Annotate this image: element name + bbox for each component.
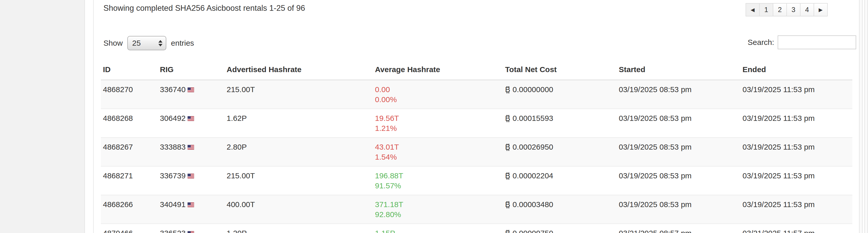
cell-advertised-hashrate: 1.20P	[224, 224, 373, 233]
table-header-row: ID RIG Advertised Hashrate Average Hashr…	[101, 61, 852, 80]
column-header-id[interactable]: ID	[101, 61, 158, 80]
rig-id-link[interactable]: 336523	[160, 229, 186, 233]
pagination-next-button[interactable]: ▶	[814, 3, 828, 16]
pagination: ◀ 1 2 3 4 ▶	[746, 3, 828, 16]
table-row: 4868270 336740 215.00T 0.00 0.00% B0.000…	[101, 80, 852, 109]
cell-rental-id: 4868268	[101, 109, 158, 137]
cell-advertised-hashrate: 2.80P	[224, 137, 373, 166]
cell-average-hashrate: 196.88T 91.57%	[373, 166, 503, 195]
prev-arrow-icon: ◀	[751, 7, 754, 13]
average-hashrate-value: 19.56T	[375, 113, 501, 123]
cell-started: 03/19/2025 08:53 pm	[617, 109, 740, 137]
table-row: 4868267 333883 2.80P 43.01T 1.54% B0.000…	[101, 137, 852, 166]
search-label: Search:	[748, 38, 774, 47]
column-header-average-hashrate[interactable]: Average Hashrate	[373, 61, 503, 80]
average-hashrate-percent: 0.00%	[375, 94, 501, 104]
cell-total-net-cost: B0.00002204	[503, 166, 617, 195]
bitcoin-icon: B	[505, 86, 510, 93]
cost-value: 0.00015593	[513, 114, 553, 123]
next-arrow-icon: ▶	[819, 7, 823, 13]
average-hashrate-value: 371.18T	[375, 199, 501, 209]
cost-value: 0.00003480	[513, 200, 553, 209]
cell-ended: 03/19/2025 11:53 pm	[740, 109, 852, 137]
cell-average-hashrate: 19.56T 1.21%	[373, 109, 503, 137]
bitcoin-icon: B	[505, 201, 510, 208]
column-header-rig[interactable]: RIG	[158, 61, 224, 80]
bitcoin-icon: B	[505, 114, 510, 122]
cell-total-net-cost: B0.00000000	[503, 80, 617, 109]
average-hashrate-percent: 1.21%	[375, 123, 501, 133]
average-hashrate-value: 0.00	[375, 85, 501, 94]
bitcoin-icon: B	[505, 229, 510, 233]
pagination-page-4-button[interactable]: 4	[800, 3, 814, 16]
cell-advertised-hashrate: 215.00T	[224, 166, 373, 195]
rig-id-link[interactable]: 306492	[160, 114, 186, 123]
rig-id-link[interactable]: 340491	[160, 200, 186, 209]
cell-ended: 03/19/2025 11:53 pm	[740, 195, 852, 224]
show-label: Show	[103, 39, 123, 47]
pagination-page-1-button[interactable]: 1	[759, 3, 773, 16]
pagination-page-3-button[interactable]: 3	[786, 3, 801, 16]
cell-average-hashrate: 371.18T 92.80%	[373, 195, 503, 224]
table-row: 4868271 336739 215.00T 196.88T 91.57% B0…	[101, 166, 852, 195]
select-updown-icon	[158, 40, 162, 46]
cell-started: 03/19/2025 08:53 pm	[617, 166, 740, 195]
average-hashrate-value: 43.01T	[375, 142, 501, 152]
cell-total-net-cost: B0.00015593	[503, 109, 617, 137]
entries-label: entries	[171, 39, 194, 47]
us-flag-icon	[187, 231, 194, 233]
us-flag-icon	[187, 116, 194, 121]
cell-rig: 306492	[158, 109, 224, 137]
entries-length-control: Show 25 entries	[103, 36, 194, 50]
column-header-advertised-hashrate[interactable]: Advertised Hashrate	[224, 61, 373, 80]
cell-rental-id: 4868271	[101, 166, 158, 195]
table-row: 4868266 340491 400.00T 371.18T 92.80% B0…	[101, 195, 852, 224]
us-flag-icon	[187, 202, 194, 207]
cell-started: 03/19/2025 08:53 pm	[617, 195, 740, 224]
cost-value: 0.00002204	[513, 171, 553, 180]
rig-id-link[interactable]: 336740	[160, 85, 186, 94]
left-sidebar-panel	[0, 0, 85, 233]
cell-rental-id: 4868267	[101, 137, 158, 166]
rentals-table: ID RIG Advertised Hashrate Average Hashr…	[101, 61, 852, 233]
cell-ended: 03/19/2025 11:53 pm	[740, 80, 852, 109]
cell-started: 03/19/2025 08:53 pm	[617, 80, 740, 109]
showing-results-text: Showing completed SHA256 Asicboost renta…	[103, 3, 305, 14]
average-hashrate-value: 1.15P	[375, 228, 501, 233]
cell-rental-id: 4868270	[101, 80, 158, 109]
cell-ended: 03/19/2025 11:53 pm	[740, 166, 852, 195]
us-flag-icon	[187, 173, 194, 178]
column-header-ended[interactable]: Ended	[740, 61, 852, 80]
cell-average-hashrate: 0.00 0.00%	[373, 80, 503, 109]
rig-id-link[interactable]: 333883	[160, 143, 186, 151]
cell-advertised-hashrate: 400.00T	[224, 195, 373, 224]
entries-count-select[interactable]: 25	[127, 36, 166, 50]
scrollbar-track[interactable]	[864, 0, 868, 233]
cell-rental-id: 4868266	[101, 195, 158, 224]
search-input[interactable]	[778, 35, 856, 49]
cell-average-hashrate: 43.01T 1.54%	[373, 137, 503, 166]
table-row: 4868268 306492 1.62P 19.56T 1.21% B0.000…	[101, 109, 852, 137]
cell-advertised-hashrate: 215.00T	[224, 80, 373, 109]
average-hashrate-percent: 1.54%	[375, 152, 501, 162]
cell-started: 03/19/2025 08:53 pm	[617, 137, 740, 166]
cell-rig: 336523	[158, 224, 224, 233]
cell-advertised-hashrate: 1.62P	[224, 109, 373, 137]
cost-value: 0.00000000	[513, 85, 553, 94]
cell-ended: 03/21/2025 11:57 pm	[740, 224, 852, 233]
cost-value: 0.00026950	[513, 143, 553, 151]
average-hashrate-percent: 91.57%	[375, 181, 501, 191]
pagination-page-2-button[interactable]: 2	[773, 3, 787, 16]
cell-average-hashrate: 1.15P	[373, 224, 503, 233]
rig-id-link[interactable]: 336739	[160, 171, 186, 180]
bitcoin-icon: B	[505, 172, 510, 179]
cell-rental-id: 4870466	[101, 224, 158, 233]
column-header-started[interactable]: Started	[617, 61, 740, 80]
average-hashrate-value: 196.88T	[375, 171, 501, 181]
column-header-total-net-cost[interactable]: Total Net Cost	[503, 61, 617, 80]
rentals-card: Showing completed SHA256 Asicboost renta…	[93, 0, 860, 233]
cell-total-net-cost: B0.00026950	[503, 137, 617, 166]
cell-total-net-cost: B0.00009750	[503, 224, 617, 233]
table-row: 4870466 336523 1.20P 1.15P B0.00009750 0…	[101, 224, 852, 233]
pagination-prev-button[interactable]: ◀	[746, 3, 760, 16]
